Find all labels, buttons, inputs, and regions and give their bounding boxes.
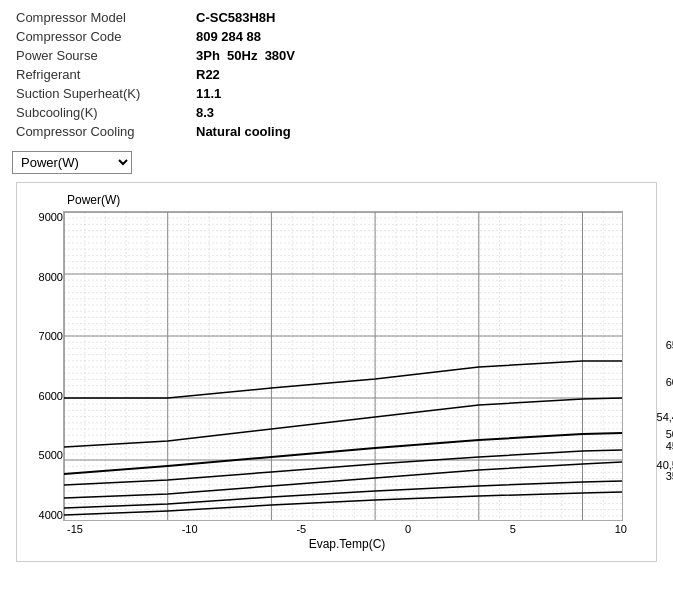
x-label-minus10: -10	[182, 523, 198, 535]
value-compressor-code: 809 284 88	[192, 27, 661, 46]
right-label-544: 54,4	[657, 411, 673, 423]
dropdown-row: Power(W) Capacity(W) Current(A) EER	[12, 151, 661, 174]
table-row: Compressor Cooling Natural cooling	[12, 122, 661, 141]
y-label-6000: 6000	[39, 390, 63, 402]
value-compressor-model: C-SC583H8H	[192, 8, 661, 27]
x-label-0: 0	[405, 523, 411, 535]
label-compressor-code: Compressor Code	[12, 27, 192, 46]
label-power-source: Power Sourse	[12, 46, 192, 65]
value-compressor-cooling: Natural cooling	[192, 122, 661, 141]
label-compressor-cooling: Compressor Cooling	[12, 122, 192, 141]
table-row: Subcooling(K) 8.3	[12, 103, 661, 122]
y-label-4000: 4000	[39, 509, 63, 521]
value-refrigerant: R22	[192, 65, 661, 84]
table-row: Power Sourse 3Ph 50Hz 380V	[12, 46, 661, 65]
label-refrigerant: Refrigerant	[12, 65, 192, 84]
chart-container: 9000 8000 7000 6000 5000 4000 Power(W)	[16, 182, 657, 562]
value-power-source: 3Ph 50Hz 380V	[192, 46, 661, 65]
table-row: Suction Superheat(K) 11.1	[12, 84, 661, 103]
x-label-minus5: -5	[296, 523, 306, 535]
table-row: Compressor Model C-SC583H8H	[12, 8, 661, 27]
right-label-50: 50	[666, 428, 673, 440]
y-label-5000: 5000	[39, 449, 63, 461]
right-label-35: 35	[666, 470, 673, 482]
table-row: Compressor Code 809 284 88	[12, 27, 661, 46]
label-compressor-model: Compressor Model	[12, 8, 192, 27]
x-label-10: 10	[615, 523, 627, 535]
label-suction-superheat: Suction Superheat(K)	[12, 84, 192, 103]
y-label-9000: 9000	[39, 211, 63, 223]
right-label-60: 60	[666, 376, 673, 388]
svg-rect-0	[64, 212, 623, 521]
chart-y-title: Power(W)	[67, 193, 646, 207]
label-subcooling: Subcooling(K)	[12, 103, 192, 122]
info-table: Compressor Model C-SC583H8H Compressor C…	[12, 8, 661, 141]
y-label-8000: 8000	[39, 271, 63, 283]
table-row: Refrigerant R22	[12, 65, 661, 84]
chart-type-select[interactable]: Power(W) Capacity(W) Current(A) EER	[12, 151, 132, 174]
x-label-minus15: -15	[67, 523, 83, 535]
chart-svg	[63, 211, 623, 521]
value-subcooling: 8.3	[192, 103, 661, 122]
right-label-45: 45	[666, 440, 673, 452]
x-label-5: 5	[510, 523, 516, 535]
x-axis-title: Evap.Temp(C)	[67, 537, 627, 551]
value-suction-superheat: 11.1	[192, 84, 661, 103]
right-label-65: 65	[666, 339, 673, 351]
page: Compressor Model C-SC583H8H Compressor C…	[0, 0, 673, 593]
y-label-7000: 7000	[39, 330, 63, 342]
